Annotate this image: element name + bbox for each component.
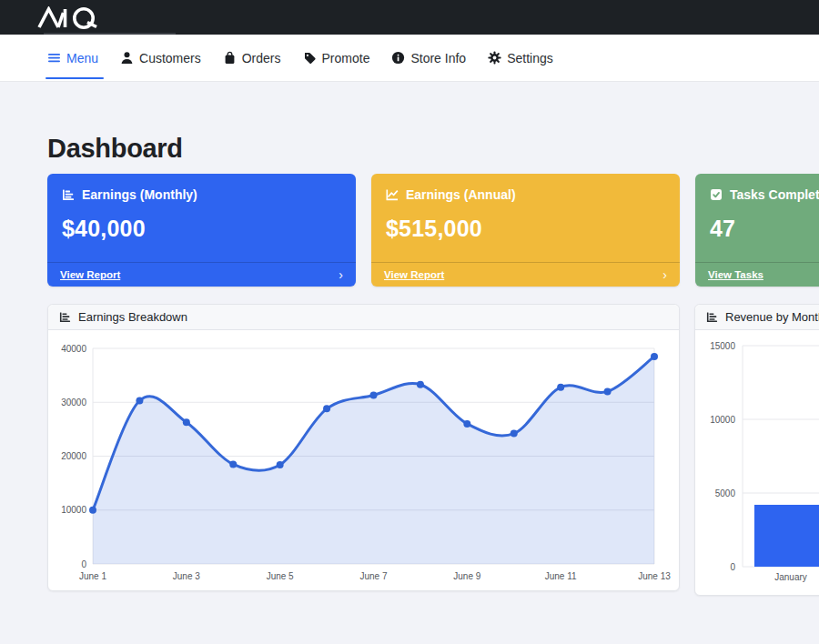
svg-text:20000: 20000	[61, 451, 86, 461]
check-square-icon	[710, 188, 723, 201]
svg-text:June 13: June 13	[638, 571, 671, 581]
svg-text:June 9: June 9	[453, 571, 480, 581]
nav-item-promote[interactable]: Promote	[303, 35, 370, 81]
svg-text:10000: 10000	[61, 505, 86, 515]
svg-text:June 11: June 11	[545, 571, 577, 581]
nav-label: Customers	[139, 51, 201, 65]
main-content: Dashboard Earnings (Monthly) $40,000	[0, 134, 819, 596]
svg-text:40000: 40000	[61, 344, 86, 354]
gear-icon	[488, 51, 501, 65]
chart-bars-icon	[706, 311, 718, 323]
chart-title: Revenue by Month	[725, 310, 819, 324]
svg-text:0: 0	[81, 559, 86, 569]
chart-bars-icon	[62, 188, 75, 201]
chart-title: Earnings Breakdown	[78, 310, 187, 324]
view-report-link[interactable]: View Report	[384, 269, 444, 280]
svg-text:15000: 15000	[710, 341, 735, 351]
view-report-link[interactable]: View Report	[60, 269, 120, 280]
svg-text:5000: 5000	[715, 488, 736, 498]
brand-logo[interactable]	[36, 6, 113, 29]
hamburger-icon	[47, 51, 61, 65]
svg-text:10000: 10000	[710, 415, 735, 425]
nav-label: Promote	[322, 51, 370, 65]
brand-logo-icon	[36, 6, 113, 29]
revenue-by-month-card: Revenue by Month 050001000015000January	[694, 304, 819, 596]
nav-item-customers[interactable]: Customers	[120, 35, 201, 81]
card-tasks-completed: Tasks Completed 47 View Tasks ›	[695, 174, 819, 287]
svg-text:30000: 30000	[61, 397, 86, 408]
nav-item-orders[interactable]: Orders	[223, 35, 281, 81]
card-earnings-monthly: Earnings (Monthly) $40,000 View Report ›	[47, 174, 356, 287]
card-title: Earnings (Monthly)	[82, 187, 197, 202]
tag-icon	[303, 51, 317, 65]
svg-text:0: 0	[730, 562, 735, 572]
nav-label: Menu	[66, 51, 98, 65]
card-value: $40,000	[62, 216, 341, 242]
svg-text:June 5: June 5	[267, 571, 294, 581]
topbar	[0, 0, 819, 35]
earnings-breakdown-chart: 010000200003000040000June 1June 3June 5J…	[48, 330, 679, 591]
chart-bars-icon	[59, 311, 71, 323]
nav-item-store-info[interactable]: Store Info	[391, 35, 466, 81]
chart-line-icon	[386, 188, 399, 201]
nav-label: Settings	[507, 51, 553, 65]
revenue-by-month-chart: 050001000015000January	[695, 330, 819, 596]
svg-text:June 1: June 1	[79, 571, 106, 581]
stat-cards-row: Earnings (Monthly) $40,000 View Report ›…	[47, 174, 819, 287]
card-earnings-annual: Earnings (Annual) $515,000 View Report ›	[371, 174, 680, 287]
view-tasks-link[interactable]: View Tasks	[708, 269, 763, 280]
svg-text:January: January	[774, 572, 807, 582]
earnings-breakdown-card: Earnings Breakdown 010000200003000040000…	[47, 304, 680, 591]
card-title: Earnings (Annual)	[406, 187, 516, 202]
person-icon	[120, 51, 134, 65]
card-title: Tasks Completed	[730, 187, 819, 202]
card-value: 47	[710, 216, 819, 242]
charts-row: Earnings Breakdown 010000200003000040000…	[47, 304, 819, 596]
main-navbar: Menu Customers Orders Promote Store Info	[0, 35, 819, 82]
nav-item-menu[interactable]: Menu	[47, 35, 98, 81]
nav-label: Store Info	[410, 51, 466, 65]
shopping-bag-icon	[223, 51, 237, 65]
nav-label: Orders	[242, 51, 281, 65]
nav-item-settings[interactable]: Settings	[488, 35, 553, 81]
chevron-right-icon: ›	[662, 268, 667, 281]
card-value: $515,000	[386, 216, 665, 242]
chevron-right-icon: ›	[339, 268, 343, 281]
svg-text:June 7: June 7	[359, 571, 387, 581]
page-title: Dashboard	[47, 134, 819, 164]
svg-text:June 3: June 3	[173, 571, 200, 581]
info-circle-icon	[391, 51, 405, 65]
